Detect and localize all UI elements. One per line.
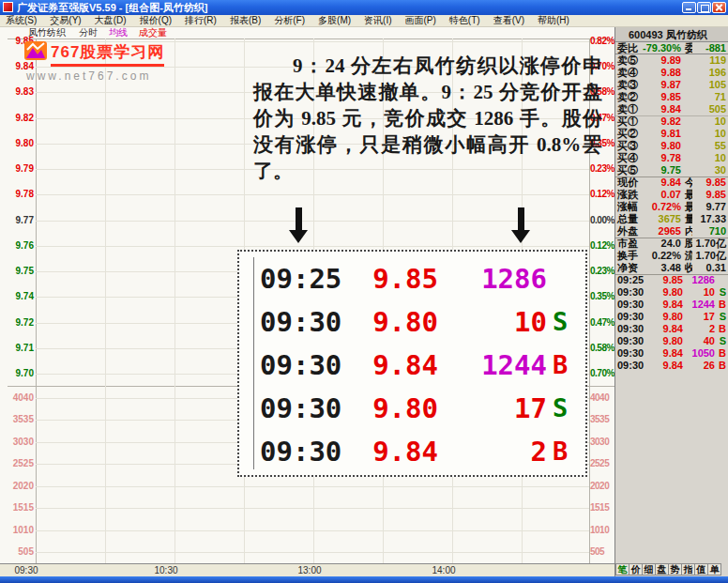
price-axis-label: 9.72 — [2, 317, 34, 328]
percent-axis-label: 0.58% — [590, 343, 615, 353]
minimize-icon[interactable] — [682, 2, 696, 13]
level-label: 买③ — [617, 140, 642, 152]
info-row: 市盈24.0股本1.70亿 — [615, 238, 728, 250]
stock-name-tab[interactable]: 凤竹纺织 — [28, 26, 66, 39]
tick-volume: 1286 — [683, 274, 715, 286]
mini-tab-价[interactable]: 价 — [629, 563, 643, 575]
level-price: 9.82 — [642, 115, 681, 128]
tick-volume: 2 — [414, 431, 547, 472]
volume-axis-label: 4040 — [590, 392, 615, 403]
h-gridline — [36, 552, 589, 553]
chart-tab[interactable]: 成交量 — [139, 26, 167, 39]
menu-item[interactable]: 交易(Y) — [50, 14, 81, 27]
menu-item[interactable]: 报表(B) — [230, 14, 261, 27]
volume-axis-label: 1515 — [2, 502, 34, 513]
tick-row: 09:309.841050B — [615, 347, 728, 360]
menu-item[interactable]: 多股(M) — [318, 14, 351, 27]
info-label: 市盈 — [617, 238, 642, 250]
chart-tab[interactable]: 均线 — [109, 26, 128, 39]
h-gridline — [36, 194, 589, 195]
info-value: 1.70亿 — [692, 238, 726, 250]
h-gridline — [36, 246, 589, 247]
h-gridline — [36, 508, 589, 509]
table-row: 09:309.8010S — [239, 301, 585, 343]
menu-item[interactable]: 分析(F) — [274, 14, 305, 27]
mini-tab-盘[interactable]: 盘 — [655, 563, 669, 575]
tick-flag: S — [553, 388, 586, 429]
close-icon[interactable] — [712, 2, 726, 13]
info-value: 0.31 — [692, 262, 726, 274]
restore-icon[interactable] — [697, 2, 711, 13]
bid-row: 买②9.8110 — [615, 128, 728, 140]
menu-item[interactable]: 系统(S) — [6, 14, 37, 27]
menu-item[interactable]: 查看(V) — [493, 14, 524, 27]
stock-code-header: 600493 凤竹纺织 — [615, 27, 728, 42]
watermark: 767股票学习网 www.net767.com — [24, 41, 164, 83]
volume-axis-label: 2020 — [590, 481, 615, 491]
level-price: 9.78 — [642, 152, 681, 164]
mini-tab-细[interactable]: 细 — [642, 563, 656, 575]
mini-tab-指[interactable]: 指 — [681, 563, 695, 575]
menu-item[interactable]: 帮助(H) — [538, 14, 569, 27]
info-label: 最高 — [681, 189, 692, 201]
mini-tab-笔[interactable]: 笔 — [615, 563, 629, 575]
menu-item[interactable]: 特色(T) — [449, 14, 480, 27]
level-label: 卖⑤ — [617, 54, 642, 67]
ask-row: 卖③9.87105 — [615, 79, 728, 91]
weicha-label: 委差 — [681, 42, 692, 54]
watermark-site-name: 767股票学习网 — [51, 41, 164, 67]
info-value: 2965 — [642, 225, 681, 238]
percent-axis-label: 0.00% — [590, 215, 615, 225]
mini-tab-势[interactable]: 势 — [668, 563, 682, 575]
info-value: 0.07 — [642, 189, 681, 201]
menu-item[interactable]: 报价(Q) — [140, 14, 172, 27]
tick-time: 09:30 — [617, 335, 647, 347]
tick-row: 09:309.8010S — [615, 286, 728, 299]
info-label: 流通 — [681, 250, 692, 262]
ask-row: 卖②9.8571 — [615, 91, 728, 103]
menu-item[interactable]: 资讯(I) — [364, 14, 391, 27]
price-axis-label: 9.70 — [2, 368, 34, 378]
window-bottom-edge — [0, 576, 728, 583]
bid-row: 买④9.7810 — [615, 152, 728, 164]
tick-detail-table: 09:259.85128609:309.8010S09:309.841244B0… — [237, 250, 587, 477]
bid-row: 买①9.8210 — [615, 115, 728, 128]
table-row: 09:309.8017S — [239, 388, 585, 429]
menu-item[interactable]: 大盘(D) — [95, 14, 127, 27]
weibi-label: 委比 — [617, 42, 642, 54]
level-price: 9.75 — [642, 164, 681, 176]
info-label: 现价 — [617, 176, 642, 189]
menu-item[interactable]: 排行(R) — [185, 14, 217, 27]
percent-axis-label: 0.35% — [590, 291, 615, 301]
mini-tab-单[interactable]: 单 — [707, 563, 721, 575]
tick-flag: S — [715, 335, 726, 347]
volume-axis-label: 2525 — [2, 458, 34, 468]
divider — [615, 238, 728, 238]
quote-panel: 600493 凤竹纺织 委比 -79.30% 委差 -881 卖⑤9.89119… — [614, 27, 728, 576]
tutorial-annotation-text: 9：24 分左右凤竹纺织以涨停价申报在大单快速撤单。9：25 分竞价开盘价为 9… — [253, 53, 602, 184]
window-controls — [682, 2, 726, 13]
application-window: 广发证券至强版V5.59 - [组合图-凤竹纺织] 系统(S)交易(Y)大盘(D… — [0, 0, 728, 583]
info-label: 换手 — [617, 250, 642, 262]
level-price: 9.88 — [642, 67, 681, 79]
v-gridline — [174, 38, 175, 563]
level-label: 买⑤ — [617, 164, 642, 176]
menu-item[interactable]: 画面(P) — [405, 14, 436, 27]
info-label: 外盘 — [617, 225, 642, 238]
tick-price: 9.80 — [647, 335, 683, 347]
title-bar[interactable]: 广发证券至强版V5.59 - [组合图-凤竹纺织] — [0, 0, 728, 15]
chart-tab[interactable]: 分时 — [79, 26, 98, 39]
volume-axis-label: 2525 — [590, 458, 615, 468]
bid-row: 买③9.8055 — [615, 140, 728, 152]
tick-time: 09:30 — [617, 299, 647, 311]
ask-row: 卖④9.88196 — [615, 67, 728, 79]
time-axis: 09:3010:3013:0014:00 — [0, 563, 614, 576]
tick-flag: B — [715, 360, 726, 372]
volume-axis-label: 1010 — [2, 525, 34, 535]
mini-tab-值[interactable]: 值 — [694, 563, 708, 575]
level-price: 9.89 — [642, 54, 681, 67]
watermark-site-url: www.net767.com — [26, 69, 164, 83]
tick-flag — [715, 274, 726, 286]
info-row: 净资3.48收益(三)0.31 — [615, 262, 728, 274]
tick-list: 09:259.85128609:309.8010S09:309.841244B0… — [615, 274, 728, 372]
